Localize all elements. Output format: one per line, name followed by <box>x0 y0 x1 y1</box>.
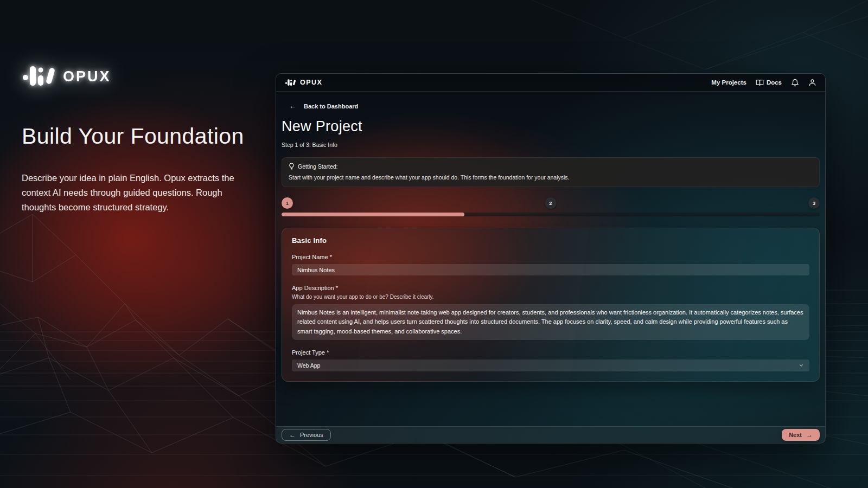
navbar-logo-text: OPUX <box>300 79 322 86</box>
app-description-textarea[interactable]: Nimbus Notes is an intelligent, minimali… <box>292 304 809 340</box>
step-dot-1[interactable]: 1 <box>282 197 293 209</box>
previous-button[interactable]: ← Previous <box>282 429 331 441</box>
progress-bar-track <box>282 213 820 216</box>
page-title: New Project <box>282 118 820 135</box>
app-window: OPUX My Projects Docs <box>276 73 826 444</box>
app-description-label: App Description * <box>292 285 809 291</box>
book-icon <box>756 79 764 87</box>
step-dot-2[interactable]: 2 <box>545 197 557 209</box>
user-icon[interactable] <box>808 79 816 87</box>
project-name-input[interactable] <box>292 264 809 275</box>
window-body: ← Back to Dashboard New Project Step 1 o… <box>276 92 825 382</box>
app-description-helper: What do you want your app to do or be? D… <box>292 294 809 300</box>
hero-logo: OPUX <box>22 64 267 89</box>
getting-started-tip: Getting Started: Start with your project… <box>282 157 820 187</box>
app-navbar: OPUX My Projects Docs <box>276 74 825 92</box>
project-type-selected-value: Web App <box>297 362 320 369</box>
arrow-left-icon: ← <box>289 431 296 439</box>
tip-title: Getting Started: <box>298 163 338 170</box>
card-title: Basic Info <box>292 236 809 245</box>
nav-link-my-projects[interactable]: My Projects <box>711 79 746 86</box>
previous-button-label: Previous <box>300 432 323 438</box>
project-type-select[interactable]: Web App <box>292 359 809 371</box>
bell-icon[interactable] <box>791 79 799 87</box>
opux-logo-icon <box>285 79 297 87</box>
next-button[interactable]: Next → <box>782 429 820 441</box>
hero-logo-text: OPUX <box>63 68 111 85</box>
wizard-steps: 1 2 3 <box>282 197 820 209</box>
project-name-label: Project Name * <box>292 254 809 260</box>
wizard-footer: ← Previous Next → <box>276 426 825 443</box>
navbar-logo[interactable]: OPUX <box>285 79 322 87</box>
opux-logo-icon <box>22 64 58 89</box>
chevron-down-icon <box>799 363 804 368</box>
next-button-label: Next <box>789 432 802 438</box>
hero-description: Describe your idea in plain English. Opu… <box>22 171 258 215</box>
basic-info-card: Basic Info Project Name * App Descriptio… <box>282 228 820 382</box>
project-type-label: Project Type * <box>292 349 809 356</box>
progress-fill <box>282 213 464 216</box>
hero-title: Build Your Foundation <box>22 124 267 149</box>
arrow-left-icon: ← <box>289 102 296 110</box>
arrow-right-icon: → <box>806 431 813 439</box>
nav-link-docs[interactable]: Docs <box>756 79 782 87</box>
hero-panel: OPUX Build Your Foundation Describe your… <box>22 64 267 215</box>
tip-body: Start with your project name and describ… <box>289 174 813 181</box>
nav-link-docs-label: Docs <box>767 79 782 86</box>
step-indicator-label: Step 1 of 3: Basic Info <box>282 142 820 148</box>
lightbulb-icon <box>289 163 295 170</box>
back-link-label: Back to Dashboard <box>304 103 358 110</box>
back-to-dashboard-link[interactable]: ← Back to Dashboard <box>282 102 820 110</box>
step-dot-3[interactable]: 3 <box>808 197 820 209</box>
